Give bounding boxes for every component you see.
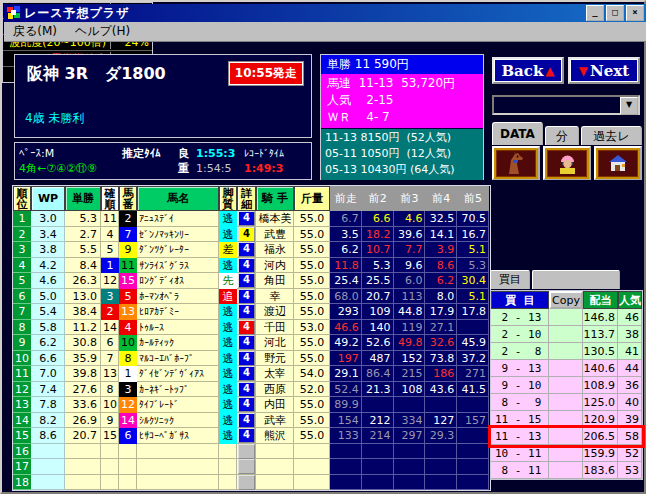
buy-spacer [549, 309, 583, 326]
buy-row[interactable]: 10 - 11159.952 [491, 445, 642, 462]
horse-info-button[interactable] [492, 146, 540, 180]
race-select-combobox[interactable]: ▼ [492, 95, 640, 115]
detail-button[interactable]: 4 [238, 320, 255, 335]
detail-button[interactable]: 4 [238, 382, 255, 397]
close-button[interactable]: × [626, 5, 644, 21]
detail-button[interactable]: 4 [238, 227, 255, 242]
cell-wp: 5.8 [31, 320, 65, 336]
buy-row[interactable]: 9 - 13140.644 [491, 360, 642, 377]
buy-table-body: 2 - 13146.846 2 - 10113.738 2 - 8130.541… [491, 309, 642, 479]
buy-row[interactable]: 8 - 11183.653 [491, 462, 642, 479]
tab-blank[interactable] [532, 270, 620, 289]
column-header: 詳細 [237, 186, 256, 211]
column-header: 前2 [362, 186, 394, 211]
cell-horse-number: 4 [119, 320, 137, 336]
buy-row[interactable]: 2 - 13146.846 [491, 309, 642, 326]
payout-list: 11-13 8150円 (52人気)05-11 1050円 (12人気)05-1… [321, 129, 483, 180]
buy-row[interactable]: 9 - 10108.936 [491, 377, 642, 394]
tab-過去レース[interactable]: 過去レース [581, 126, 642, 145]
next-button[interactable]: ▼Next [568, 57, 640, 84]
maximize-button[interactable]: □ [606, 5, 624, 21]
tab-分析[interactable]: 分析 [545, 126, 579, 145]
jockey-info-button[interactable] [543, 146, 591, 180]
buy-row[interactable]: 2 - 10113.738 [491, 326, 642, 343]
buy-table: 買 目 Copy 配当 人気 2 - 13146.846 2 - 10113.7… [490, 290, 643, 480]
detail-button[interactable] [238, 444, 255, 459]
back-button[interactable]: Back▲ [492, 57, 564, 84]
detail-button[interactable]: 4 [238, 413, 255, 428]
cell-rank: 11 [13, 366, 31, 382]
detail-button[interactable]: 4 [238, 397, 255, 412]
minimize-button[interactable]: _ [586, 5, 604, 21]
detail-button[interactable]: 4 [238, 242, 255, 257]
detail-button[interactable]: 4 [238, 258, 255, 273]
table-row: 33.85.559ﾀﾞﾝﾂｸﾞﾚｰﾀｰ差4福永55.06.210.77.73.9… [13, 242, 490, 258]
detail-button[interactable]: 4 [238, 351, 255, 366]
buy-spacer [549, 411, 583, 428]
cell-prev-odds: 68.0 [330, 289, 362, 305]
detail-button[interactable]: 4 [238, 211, 255, 226]
cell-prev-odds: 18.2 [362, 227, 394, 243]
stable-info-button[interactable] [594, 146, 642, 180]
cell-jockey: 武豊 [256, 227, 294, 243]
cell-prev-odds: 6.7 [330, 211, 362, 227]
tab-kaime[interactable]: 買目 [490, 270, 530, 289]
buy-payout: 108.9 [583, 377, 618, 394]
tab-data[interactable]: DATA [492, 122, 543, 145]
cell-running-style: 逃 [219, 351, 237, 367]
cell-win-odds: 38.4 [65, 304, 101, 320]
title-bar: レース予想プラザ _ □ × [4, 4, 646, 22]
cell-jockey: 渡辺 [256, 304, 294, 320]
cell-win-odds: 35.9 [65, 351, 101, 367]
cell-prev-odds: 49.2 [330, 335, 362, 351]
cell-wp: 5.4 [31, 304, 65, 320]
cell-prev-odds [457, 428, 489, 444]
table-row: 18 [13, 475, 490, 491]
menu-back[interactable]: 戻る(M) [4, 21, 66, 42]
buy-row[interactable]: 11 - 15120.939 [491, 411, 642, 428]
cell-rank: 3 [13, 242, 31, 258]
buy-pair: 8 - 9 [491, 394, 549, 411]
cell-horse-number [119, 459, 137, 475]
cell-rank: 15 [13, 428, 31, 444]
result-panel: 単勝 11 590円 馬連 11-13 53,720円人気 2-15ＷＲ 4- … [320, 54, 484, 180]
cell-win-odds: 11.2 [65, 320, 101, 336]
menu-help[interactable]: ヘルプ(H) [66, 21, 139, 42]
detail-button[interactable] [238, 459, 255, 474]
cell-jockey [256, 459, 294, 475]
cell-weight: 53.0 [294, 320, 330, 336]
cell-prev-odds: 70.5 [457, 211, 489, 227]
cell-rank: 7 [13, 304, 31, 320]
detail-button[interactable]: 4 [238, 304, 255, 319]
buy-popularity: 39 [618, 411, 642, 428]
buy-row[interactable]: 11 - 13206.558 [491, 428, 642, 445]
cell-prev-odds: 152 [394, 351, 426, 367]
detail-button[interactable]: 4 [238, 366, 255, 381]
detail-button[interactable]: 4 [238, 289, 255, 304]
cell-confirm-order [101, 459, 119, 475]
buy-payout: 140.6 [583, 360, 618, 377]
cell-horse-number [119, 444, 137, 460]
cell-prev-odds: 4.6 [394, 211, 426, 227]
copy-button[interactable]: Copy [549, 291, 583, 309]
cell-weight: 54.0 [294, 366, 330, 382]
cell-weight: 55.0 [294, 258, 330, 274]
detail-button[interactable]: 4 [238, 273, 255, 288]
cell-prev-odds: 39.6 [394, 227, 426, 243]
buy-row[interactable]: 8 - 9125.040 [491, 394, 642, 411]
buy-payout: 206.5 [583, 428, 618, 445]
detail-button[interactable]: 4 [238, 428, 255, 443]
cell-confirm-order: 6 [101, 335, 119, 351]
cell-rank: 9 [13, 335, 31, 351]
race-info-panel: 阪神 3R ダ1800 10:55発走 4歳 未勝利 [14, 54, 312, 138]
detail-button[interactable] [238, 475, 255, 490]
buy-row[interactable]: 2 - 8130.541 [491, 343, 642, 360]
cell-prev-odds: 11.8 [330, 258, 362, 274]
detail-button[interactable]: 4 [238, 335, 255, 350]
buy-spacer [549, 394, 583, 411]
cell-running-style: 逃 [219, 320, 237, 336]
cell-rank: 4 [13, 258, 31, 274]
cell-prev-odds [394, 459, 426, 475]
cell-horse-name: ﾀﾞｲｾﾞﾝﾃﾞｳﾞｨｱｽ [137, 366, 219, 382]
combobox-dropdown-icon[interactable]: ▼ [620, 97, 638, 115]
